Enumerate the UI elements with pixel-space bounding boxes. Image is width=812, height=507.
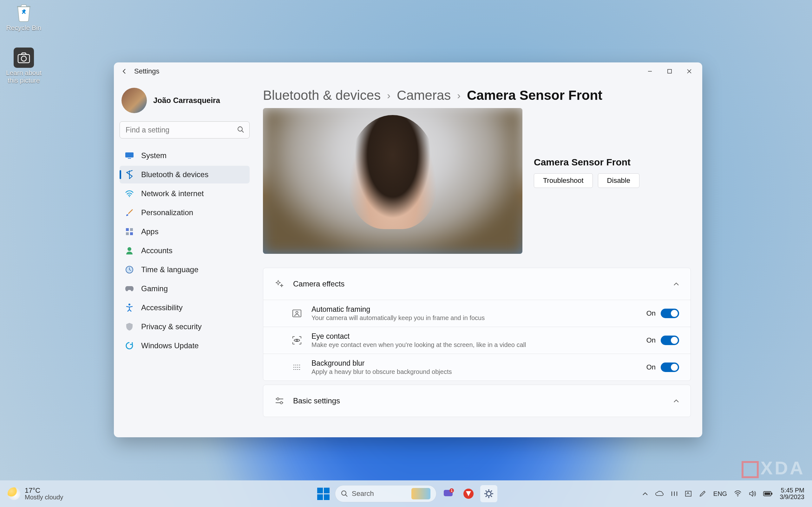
row-background-blur: Background blur Apply a heavy blur to ob…: [263, 354, 691, 381]
eye-scan-icon: [291, 335, 303, 346]
nav-personalization[interactable]: Personalization: [119, 204, 250, 222]
nav-label: Network & internet: [141, 189, 204, 198]
desktop-icon-recycle-bin[interactable]: Recycle Bin: [3, 3, 44, 32]
troubleshoot-button[interactable]: Troubleshoot: [534, 173, 593, 188]
minimize-button[interactable]: [640, 64, 660, 78]
update-icon: [125, 341, 134, 350]
search-icon: [237, 126, 245, 133]
desktop-icon-learn-picture[interactable]: Learn about this picture: [0, 48, 48, 84]
taskbar: 17°C Mostly cloudy Search 1 ENG 5:45 PM …: [0, 481, 812, 507]
close-button[interactable]: [679, 64, 699, 78]
svg-point-24: [487, 492, 491, 496]
search-input[interactable]: [119, 121, 250, 138]
svg-rect-7: [126, 228, 129, 231]
nav-update[interactable]: Windows Update: [119, 337, 250, 354]
gamepad-icon: [125, 284, 134, 293]
weather-icon: [8, 487, 20, 500]
sparkle-icon: [275, 279, 284, 289]
taskbar-search[interactable]: Search: [335, 485, 437, 502]
toggle-eye-contact[interactable]: [661, 336, 679, 345]
nav-label: System: [141, 151, 166, 160]
svg-point-16: [296, 340, 298, 341]
nav-bluetooth[interactable]: Bluetooth & devices: [119, 166, 250, 183]
tray-language[interactable]: ENG: [713, 490, 727, 498]
taskbar-right: ENG 5:45 PM 3/9/2023: [642, 487, 804, 500]
brush-icon: [125, 208, 134, 217]
nav-label: Privacy & security: [141, 322, 202, 331]
svg-point-19: [342, 491, 346, 495]
toggle-automatic-framing[interactable]: [661, 308, 679, 318]
user-profile[interactable]: João Carrasqueira: [119, 84, 250, 121]
nav-apps[interactable]: Apps: [119, 223, 250, 240]
chevron-up-icon: [673, 282, 679, 286]
card-header-effects[interactable]: Camera effects: [263, 268, 691, 300]
sliders-icon: [275, 396, 284, 406]
svg-rect-2: [668, 69, 671, 73]
chevron-right-icon: ›: [457, 90, 461, 101]
nav-system[interactable]: System: [119, 147, 250, 164]
row-subtitle: Your camera will automatically keep you …: [311, 314, 638, 322]
breadcrumb-cameras[interactable]: Cameras: [397, 88, 451, 103]
nav-list: System Bluetooth & devices Network & int…: [119, 147, 250, 354]
svg-rect-29: [771, 493, 772, 495]
svg-point-15: [296, 312, 298, 314]
breadcrumb-root[interactable]: Bluetooth & devices: [263, 88, 380, 103]
toggle-state: On: [647, 363, 656, 372]
nav-privacy[interactable]: Privacy & security: [119, 318, 250, 336]
search-highlight-image: [411, 488, 430, 499]
nav-network[interactable]: Network & internet: [119, 185, 250, 203]
taskbar-weather[interactable]: 17°C Mostly cloudy: [8, 487, 63, 501]
start-button[interactable]: [315, 485, 332, 502]
tray-onedrive-icon[interactable]: [655, 491, 664, 497]
tray-battery-icon[interactable]: [763, 491, 773, 497]
tray-pen-icon[interactable]: [699, 490, 706, 498]
tray-overflow-icon[interactable]: [642, 492, 648, 496]
row-title: Automatic framing: [311, 305, 638, 314]
tray-volume-icon[interactable]: [749, 490, 756, 497]
maximize-button[interactable]: [660, 64, 679, 78]
nav-accessibility[interactable]: Accessibility: [119, 299, 250, 317]
nav-label: Accessibility: [141, 303, 183, 312]
tray-app-icon[interactable]: [671, 491, 678, 497]
row-title: Eye contact: [311, 332, 638, 341]
card-camera-effects: Camera effects Automatic framing Your ca…: [263, 268, 691, 381]
svg-rect-8: [130, 228, 133, 231]
toggle-background-blur[interactable]: [661, 362, 679, 372]
row-subtitle: Make eye contact even when you're lookin…: [311, 341, 638, 349]
chevron-up-icon: [673, 399, 679, 403]
camera-title: Camera Sensor Front: [534, 157, 691, 168]
disable-button[interactable]: Disable: [598, 173, 640, 188]
taskbar-app-vivaldi[interactable]: [460, 485, 477, 502]
card-basic-settings: Basic settings: [263, 385, 691, 417]
taskbar-app-chat[interactable]: 1: [440, 485, 457, 502]
back-button[interactable]: [119, 66, 130, 76]
breadcrumb: Bluetooth & devices › Cameras › Camera S…: [263, 80, 691, 108]
tray-datetime[interactable]: 5:45 PM 3/9/2023: [780, 487, 804, 500]
titlebar: Settings: [114, 62, 702, 80]
chevron-right-icon: ›: [387, 90, 391, 101]
framing-icon: [291, 308, 303, 319]
weather-cond: Mostly cloudy: [25, 494, 63, 501]
tray-wifi-icon[interactable]: [734, 491, 742, 497]
weather-temp: 17°C: [25, 487, 63, 494]
svg-rect-10: [130, 232, 133, 235]
clock-icon: [125, 265, 134, 274]
svg-rect-9: [126, 232, 129, 235]
nav-accounts[interactable]: Accounts: [119, 242, 250, 260]
svg-point-11: [128, 247, 131, 251]
svg-point-17: [277, 398, 279, 400]
tray-app-icon-2[interactable]: [685, 491, 692, 497]
nav-gaming[interactable]: Gaming: [119, 280, 250, 297]
person-icon: [125, 246, 134, 256]
desktop-icon-label: Recycle Bin: [3, 24, 44, 32]
nav-label: Bluetooth & devices: [141, 170, 208, 179]
tray-date: 3/9/2023: [780, 494, 804, 500]
row-eye-contact: Eye contact Make eye contact even when y…: [263, 327, 691, 354]
svg-rect-25: [686, 491, 691, 496]
svg-rect-28: [764, 493, 770, 495]
nav-time[interactable]: Time & language: [119, 261, 250, 279]
row-title: Background blur: [311, 359, 638, 368]
taskbar-app-settings[interactable]: [480, 485, 497, 502]
nav-label: Windows Update: [141, 341, 199, 350]
card-header-basic[interactable]: Basic settings: [263, 385, 691, 417]
